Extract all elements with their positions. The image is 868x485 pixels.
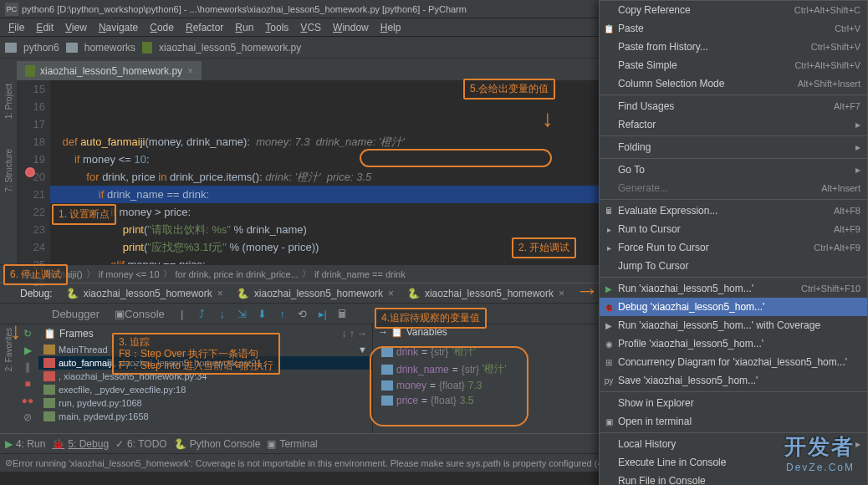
pause-button[interactable]: ∥ (19, 360, 36, 375)
status-run[interactable]: ▶4: Run (5, 438, 45, 450)
annotation-oval (370, 346, 528, 426)
frame-row[interactable]: run, pydevd.py:1068 (38, 396, 372, 410)
debug-label: Debug: (20, 288, 59, 299)
mute-breakpoints-button[interactable]: ⊘ (19, 410, 36, 425)
left-tool-stripe[interactable]: 1: Project 7: Structure (0, 80, 17, 264)
app-icon: PC (5, 3, 18, 16)
nav-dir[interactable]: homeworks (81, 42, 139, 54)
folder-icon (5, 43, 17, 53)
debug-session-tab[interactable]: 🐍 xiaozhai_lesson5_homework × (59, 288, 230, 299)
resume-button[interactable]: ▶ (19, 343, 36, 358)
debug-session-tab[interactable]: 🐍 xiaozhai_lesson5_homework × (401, 288, 571, 299)
ctx-item[interactable]: 🖩Evaluate Expression...Alt+F8 (600, 202, 867, 220)
ctx-item[interactable]: ▣Open in terminal (600, 412, 867, 431)
menu-code[interactable]: Code (145, 20, 179, 35)
nav-file[interactable]: xiaozhai_lesson5_homework.py (156, 42, 304, 54)
menu-view[interactable]: View (60, 20, 92, 35)
annotation: 3. 追踪F8：Step Over 执行下一条语句F7：Step Into 进入… (112, 333, 280, 375)
annotation: 4.追踪待观察的变量值 (375, 308, 487, 329)
ctx-item[interactable]: ▸Run to CursorAlt+F9 (600, 220, 867, 238)
tab-console[interactable]: ▣ Console (108, 304, 171, 323)
ctx-item[interactable]: Paste SimpleCtrl+Alt+Shift+V (600, 56, 867, 74)
drop-frame-button[interactable]: ⟲ (294, 304, 312, 323)
step-out-button[interactable]: ↑ (273, 304, 292, 323)
close-icon[interactable]: × (217, 288, 223, 299)
ctx-item[interactable]: Jump To Cursor (600, 257, 867, 275)
menu-help[interactable]: Help (375, 20, 406, 35)
annotation: 2. 开始调试 (512, 237, 576, 258)
tab-label: xiaozhai_lesson5_homework.py (40, 65, 182, 77)
tool-project[interactable]: 1: Project (4, 84, 13, 119)
ctx-item[interactable]: ▸Force Run to CursorCtrl+Alt+F9 (600, 238, 867, 257)
ctx-item[interactable]: Generate...Alt+Insert (600, 179, 867, 197)
python-file-icon (25, 65, 35, 77)
status-todo[interactable]: ✓ 6: TODO (115, 438, 167, 450)
ctx-item[interactable]: Column Selection ModeAlt+Shift+Insert (600, 74, 867, 93)
menu-run[interactable]: Run (230, 20, 258, 35)
step-over-button[interactable]: ⤴ (193, 304, 212, 323)
nav-project[interactable]: python6 (20, 42, 63, 54)
ctx-item[interactable]: 🐞Debug 'xiaozhai_lesson5_hom...' (600, 298, 867, 316)
watermark: 开发者 DevZe.CoM (784, 432, 855, 473)
menu-refactor[interactable]: Refactor (181, 20, 228, 35)
annotation: 1. 设置断点 (52, 204, 116, 225)
ctx-item[interactable]: Refactor▸ (600, 115, 867, 134)
step-into-my-code-button[interactable]: ⇲ (233, 304, 252, 323)
menu-vcs[interactable]: VCS (295, 20, 326, 35)
close-icon[interactable]: × (388, 288, 394, 299)
ctx-item[interactable]: Go To▸ (600, 161, 867, 179)
ctx-item[interactable]: Paste from History...Ctrl+Shift+V (600, 38, 867, 56)
arrow-icon: ↓ (542, 105, 554, 132)
step-into-button[interactable]: ↓ (213, 304, 232, 323)
ctx-item[interactable]: Find UsagesAlt+F7 (600, 97, 867, 115)
run-to-cursor-button[interactable]: ▸| (314, 304, 332, 323)
ctx-item[interactable]: pySave 'xiaozhai_lesson5_hom...' (600, 371, 867, 390)
status-pyconsole[interactable]: 🐍 Python Console (174, 438, 261, 450)
ctx-item[interactable]: ◉Profile 'xiaozhai_lesson5_hom...' (600, 334, 867, 353)
annotation-oval (360, 149, 552, 167)
menu-window[interactable]: Window (328, 20, 374, 35)
view-breakpoints-button[interactable]: ●● (19, 393, 36, 408)
error-text: Error running 'xiaozhai_lesson5_homework… (13, 458, 625, 468)
menu-edit[interactable]: Edit (31, 20, 59, 35)
ctx-item[interactable]: Folding▸ (600, 138, 867, 156)
menu-tools[interactable]: Tools (260, 20, 294, 35)
window-title: python6 [D:\python_workshop\python6] - .… (22, 4, 467, 14)
arrow-icon: ↓ (10, 318, 22, 345)
stop-button[interactable]: ■ (19, 376, 36, 391)
menu-navigate[interactable]: Navigate (94, 20, 143, 35)
tab-debugger[interactable]: Debugger (45, 304, 106, 323)
force-step-into-button[interactable]: ⬇ (253, 304, 272, 323)
ctx-item[interactable]: 📋PasteCtrl+V (600, 19, 867, 38)
frame-row[interactable]: main, pydevd.py:1658 (38, 410, 372, 423)
folder-icon (66, 43, 78, 53)
ctx-item[interactable]: ▶Run 'xiaozhai_lesson5_hom...'Ctrl+Shift… (600, 279, 867, 298)
ctx-item[interactable]: ▶Run 'xiaozhai_lesson5_hom...' with Cove… (600, 316, 867, 334)
sep: | (173, 304, 191, 323)
context-menu: Copy ReferenceCtrl+Alt+Shift+C📋PasteCtrl… (599, 0, 868, 485)
ctx-item[interactable]: Show in Explorer (600, 394, 867, 412)
annotation: 5.会给出变量的值 (463, 79, 555, 100)
arrow-icon: → (575, 278, 599, 304)
ctx-item[interactable]: ⊞Concurrency Diagram for 'xiaozhai_lesso… (600, 353, 867, 371)
rerun-button[interactable]: ↻ (19, 326, 36, 341)
tool-structure[interactable]: 7: Structure (4, 149, 13, 192)
ctx-item[interactable]: Copy ReferenceCtrl+Alt+Shift+C (600, 1, 867, 19)
ctx-item[interactable]: Run File in Console (600, 472, 867, 485)
evaluate-button[interactable]: 🖩 (334, 304, 352, 323)
annotation: 6. 停止调试 (3, 264, 68, 285)
close-icon[interactable]: × (559, 288, 564, 299)
status-debug[interactable]: 🐞 5: Debug (52, 438, 109, 450)
menu-file[interactable]: File (3, 20, 29, 35)
frame-row[interactable]: execfile, _pydev_execfile.py:18 (38, 383, 372, 396)
close-icon[interactable]: × (187, 65, 193, 77)
status-terminal[interactable]: ▣ Terminal (267, 438, 317, 450)
breakpoint-icon[interactable] (25, 167, 35, 177)
python-file-icon (142, 42, 152, 54)
editor-tab[interactable]: xiaozhai_lesson5_homework.py × (17, 61, 202, 80)
debug-session-tab[interactable]: 🐍 xiaozhai_lesson5_homework × (230, 288, 401, 299)
